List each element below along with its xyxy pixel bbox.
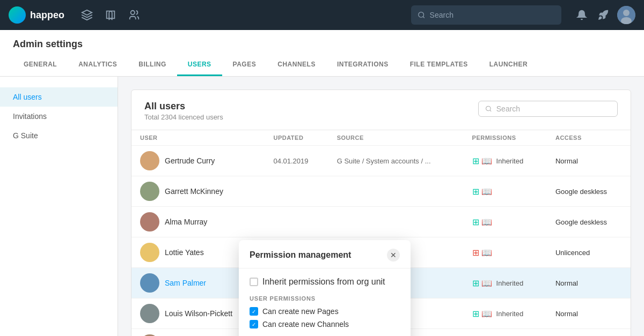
permissions-cell: ⊞ 📖 Inherited: [464, 146, 547, 176]
modal-header: Permission management ✕: [239, 240, 411, 268]
tab-pages[interactable]: PAGES: [222, 54, 267, 76]
avatar: [140, 212, 159, 232]
svg-point-0: [131, 11, 135, 14]
permissions-cell: ⊞ 📖: [464, 176, 547, 207]
svg-point-1: [419, 12, 424, 18]
user-cell: Alma Murray: [131, 207, 265, 237]
user-search[interactable]: [478, 101, 618, 117]
col-access: ACCESS: [547, 130, 631, 146]
close-button[interactable]: ✕: [387, 249, 400, 262]
sidebar-item-gsuite[interactable]: G Suite: [0, 126, 118, 145]
permissions-cell: ⊞ 📖 Inherited: [464, 268, 547, 298]
pages-perm-icon: ⊞: [472, 217, 479, 227]
tab-file-templates[interactable]: FILE TEMPLATES: [399, 54, 479, 76]
sidebar-item-all-users[interactable]: All users: [0, 87, 118, 107]
channels-perm-icon: 📖: [481, 186, 492, 197]
access-cell: Unlicenced: [547, 237, 631, 268]
user-name: Gertrude Curry: [165, 156, 215, 165]
channels-perm-icon: 📖: [481, 156, 492, 166]
channels-perm-icon: 📖: [481, 278, 492, 288]
rocket-icon[interactable]: [596, 8, 611, 23]
access-cell: Google deskless: [547, 207, 631, 237]
avatar: [140, 304, 159, 323]
permission-modal[interactable]: Permission management ✕ Inherit permissi…: [239, 240, 411, 336]
perm-label: Inherited: [496, 310, 524, 318]
panel-header: All users Total 2304 licenced users: [131, 90, 631, 130]
top-navigation: happeo: [0, 0, 644, 30]
channels-checkbox[interactable]: [250, 320, 258, 328]
pages-perm-icon: ⊞: [472, 156, 479, 166]
channels-perm-icon: 📖: [481, 248, 492, 258]
app-name: happeo: [30, 10, 64, 21]
avatar: [140, 182, 159, 201]
inherit-checkbox[interactable]: [250, 278, 258, 286]
access-cell: Google deskless: [547, 329, 631, 337]
user-avatar[interactable]: [617, 6, 635, 24]
book-icon[interactable]: [103, 8, 118, 23]
table-row[interactable]: Alma Murray ⊞ 📖 Google deskless: [131, 207, 631, 237]
people-icon[interactable]: [127, 8, 142, 23]
search-icon: [485, 105, 492, 113]
col-source: SOURCE: [328, 130, 464, 146]
logo-icon: [9, 6, 26, 24]
inherit-label: Inherit permissions from org unit: [262, 277, 385, 287]
page-title: Admin settings: [13, 30, 631, 54]
permissions-cell: ⊞ 📖 Inherited: [464, 298, 547, 329]
avatar: [140, 243, 159, 262]
body-layout: All users Invitations G Suite All users …: [0, 77, 644, 336]
admin-tabs: GENERAL ANALYTICS BILLING USERS PAGES CH…: [13, 54, 631, 76]
sidebar: All users Invitations G Suite: [0, 77, 118, 336]
layers-icon[interactable]: [79, 8, 94, 23]
channels-perm-icon: 📖: [481, 217, 492, 227]
app-logo[interactable]: happeo: [9, 6, 64, 24]
global-search[interactable]: [411, 5, 561, 25]
permission-pages-row: Can create new Pages: [250, 307, 400, 316]
permissions-cell: ⊞ 📖: [464, 329, 547, 337]
perm-label: Inherited: [496, 279, 524, 287]
permission-channels-row: Can create new Channels: [250, 320, 400, 328]
source-cell: [328, 176, 464, 207]
user-name: Garrett McKinney: [165, 187, 223, 196]
panel-subtitle: Total 2304 licenced users: [144, 113, 223, 121]
channels-label: Can create new Channels: [262, 320, 349, 328]
user-name: Lottie Yates: [165, 248, 204, 257]
source-cell: G Suite / System accounts / ...: [328, 146, 464, 176]
admin-header: Admin settings GENERAL ANALYTICS BILLING…: [0, 30, 644, 77]
bell-icon[interactable]: [574, 8, 589, 23]
svg-point-5: [486, 106, 491, 111]
pages-label: Can create new Pages: [262, 307, 339, 316]
search-input[interactable]: [430, 11, 555, 19]
modal-body: Inherit permissions from org unit USER P…: [239, 268, 411, 336]
updated-cell: [265, 207, 328, 237]
perm-label: Inherited: [496, 157, 524, 165]
tab-billing[interactable]: BILLING: [128, 54, 177, 76]
channels-perm-icon: 📖: [481, 309, 492, 319]
tab-analytics[interactable]: ANALYTICS: [68, 54, 128, 76]
pages-perm-icon: ⊞: [472, 248, 479, 258]
panel-title: All users: [144, 101, 223, 112]
tab-integrations[interactable]: INTEGRATIONS: [326, 54, 399, 76]
access-cell: Normal: [547, 268, 631, 298]
pages-checkbox[interactable]: [250, 307, 258, 316]
inherit-row: Inherit permissions from org unit: [250, 277, 400, 287]
user-cell: Garrett McKinney: [131, 176, 265, 207]
nav-right: [574, 6, 635, 24]
source-cell: [328, 207, 464, 237]
access-cell: Google deskless: [547, 176, 631, 207]
avatar: [140, 151, 159, 170]
table-row[interactable]: Gertrude Curry 04.01.2019G Suite / Syste…: [131, 146, 631, 176]
col-updated: UPDATED: [265, 130, 328, 146]
tab-channels[interactable]: CHANNELS: [267, 54, 326, 76]
user-search-input[interactable]: [496, 104, 611, 113]
tab-launcher[interactable]: LAUNCHER: [479, 54, 538, 76]
table-row[interactable]: Garrett McKinney ⊞ 📖 Google deskless: [131, 176, 631, 207]
col-user: USER: [131, 130, 265, 146]
tab-general[interactable]: GENERAL: [13, 54, 68, 76]
pages-perm-icon: ⊞: [472, 309, 479, 319]
user-name: Alma Murray: [165, 218, 207, 226]
user-permissions-label: USER PERMISSIONS: [250, 295, 400, 302]
sidebar-item-invitations[interactable]: Invitations: [0, 107, 118, 126]
tab-users[interactable]: USERS: [177, 54, 222, 76]
permissions-cell: ⊞ 📖: [464, 207, 547, 237]
pages-perm-icon: ⊞: [472, 278, 479, 288]
